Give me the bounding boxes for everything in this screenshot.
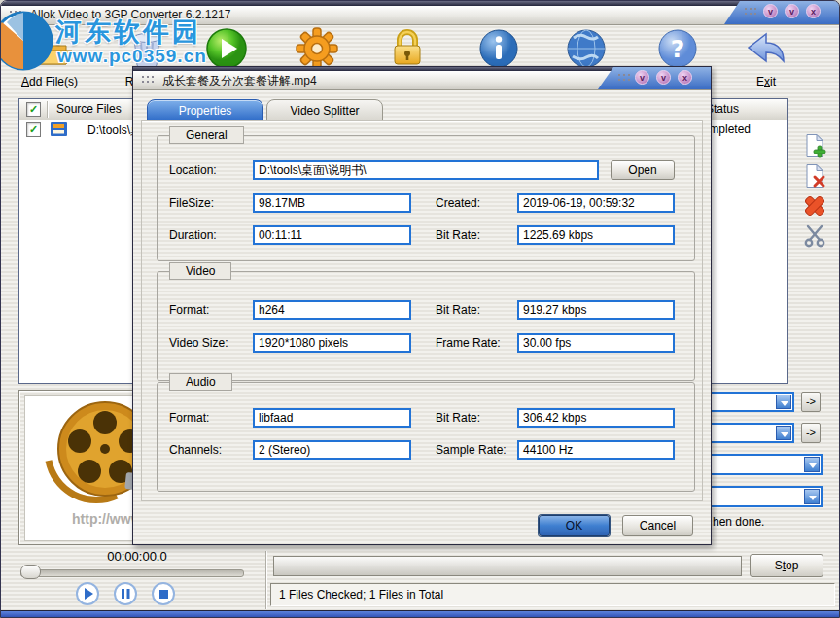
stop-conversion-button[interactable]: Stop — [750, 554, 823, 577]
dialog-controls-wedge: v v x — [598, 67, 711, 89]
titlebar-controls-wedge: v v x — [724, 1, 839, 24]
chevron-down-icon[interactable] — [776, 395, 791, 409]
red-x-icon — [802, 205, 827, 222]
strip-remove-file-button[interactable] — [802, 163, 827, 189]
audio-bitrate-field[interactable]: 306.42 kbps — [517, 408, 675, 428]
samplerate-label: Sample Rate: — [436, 443, 507, 457]
cancel-button[interactable]: Cancel — [622, 515, 693, 536]
maximize-button[interactable]: v — [785, 4, 799, 18]
channels-field[interactable]: 2 (Stereo) — [253, 440, 411, 460]
general-bitrate-field[interactable]: 1225.69 kbps — [517, 225, 675, 245]
chevron-down-icon[interactable] — [804, 489, 820, 504]
properties-dialog: 成长套餐及分次套餐讲解.mp4 v v x Properties Video S… — [132, 66, 712, 545]
conversion-progress-bar — [273, 556, 742, 576]
apply-quality-button[interactable]: -> — [801, 423, 821, 443]
exit-back-arrow-icon — [721, 26, 811, 71]
titlebar-grip — [9, 10, 24, 19]
film-file-icon — [51, 122, 67, 140]
framerate-field[interactable]: 30.00 fps — [517, 333, 675, 353]
main-titlebar: Allok Video to 3GP Converter 6.2.1217 — [1, 6, 839, 25]
audio-group: Audio — [157, 382, 695, 492]
video-size-field[interactable]: 1920*1080 pixels — [253, 333, 411, 353]
play-convert-icon — [182, 26, 271, 71]
dialog-maximize-button[interactable]: v — [656, 70, 671, 85]
open-button[interactable]: Open — [611, 160, 675, 180]
dialog-minimize-button[interactable]: v — [635, 70, 649, 85]
location-label: Location: — [169, 163, 217, 177]
audio-legend: Audio — [169, 373, 232, 391]
gear-icon — [272, 26, 362, 71]
chevron-down-icon[interactable] — [776, 426, 791, 440]
pause-button[interactable] — [114, 582, 137, 605]
play-button[interactable] — [76, 582, 99, 605]
audio-format-label: Format: — [169, 411, 209, 425]
filesize-field[interactable]: 98.17MB — [253, 193, 411, 213]
general-legend: General — [169, 126, 244, 144]
channels-label: Channels: — [169, 443, 222, 457]
source-files-column-header[interactable]: Source Files — [56, 102, 122, 116]
chevron-down-icon[interactable] — [804, 457, 820, 472]
globe-icon — [542, 26, 631, 71]
audio-bitrate-label: Bit Rate: — [436, 411, 480, 425]
select-all-checkbox[interactable]: ✓ — [26, 102, 41, 117]
duration-field[interactable]: 00:11:11 — [253, 225, 411, 245]
lock-icon — [363, 26, 452, 71]
scissors-icon — [802, 235, 827, 252]
controls-grip — [744, 7, 759, 17]
status-bar: 1 Files Checked; 1 Files in Total — [270, 583, 835, 606]
add-folder-icon — [5, 26, 94, 71]
tab-properties[interactable]: Properties — [147, 99, 263, 121]
audio-format-field[interactable]: libfaad — [253, 408, 411, 428]
video-bitrate-field[interactable]: 919.27 kbps — [517, 300, 675, 320]
samplerate-field[interactable]: 44100 Hz — [517, 440, 675, 460]
video-format-field[interactable]: h264 — [253, 300, 411, 320]
minimize-button[interactable]: v — [763, 4, 778, 18]
add-files-button[interactable]: Add File(s) — [5, 26, 94, 88]
video-group: Video — [157, 271, 695, 381]
video-legend: Video — [169, 262, 231, 280]
location-field[interactable]: D:\tools\桌面\说明书\ — [253, 160, 599, 180]
info-icon — [454, 26, 543, 71]
divider — [265, 551, 266, 609]
framerate-label: Frame Rate: — [436, 336, 501, 350]
document-add-icon — [802, 145, 827, 161]
strip-clear-all-button[interactable] — [802, 193, 827, 219]
video-format-label: Format: — [169, 303, 209, 317]
stop-icon — [154, 590, 173, 606]
dialog-close-button[interactable]: x — [678, 70, 692, 85]
duration-label: Duration: — [169, 228, 217, 242]
seek-slider-handle[interactable] — [20, 565, 41, 579]
apply-format-button[interactable]: -> — [801, 392, 821, 412]
svg-text:?: ? — [671, 35, 685, 63]
playback-time: 00:00:00.0 — [18, 549, 256, 564]
created-label: Created: — [436, 196, 480, 210]
window-bottom-edge — [1, 610, 839, 618]
add-files-label: Add File(s) — [5, 75, 94, 88]
file-checkbox[interactable]: ✓ — [26, 122, 41, 137]
dialog-title: 成长套餐及分次套餐讲解.mp4 — [162, 73, 317, 89]
filesize-label: FileSize: — [169, 196, 214, 210]
video-bitrate-label: Bit Rate: — [436, 303, 480, 317]
strip-split-button[interactable] — [802, 223, 827, 249]
window-title: Allok Video to 3GP Converter 6.2.1217 — [30, 8, 230, 21]
seek-slider[interactable] — [20, 569, 244, 577]
help-icon: ? — [633, 26, 722, 71]
status-bar-text: 1 Files Checked; 1 Files in Total — [279, 588, 443, 601]
tab-video-splitter[interactable]: Video Splitter — [266, 99, 383, 121]
document-remove-icon — [802, 175, 827, 191]
close-button[interactable]: x — [806, 4, 821, 18]
stop-playback-button[interactable] — [152, 582, 175, 605]
strip-add-file-button[interactable] — [802, 133, 827, 158]
pause-icon — [116, 590, 135, 606]
ok-button[interactable]: OK — [539, 515, 610, 536]
general-bitrate-label: Bit Rate: — [436, 228, 480, 242]
play-icon — [78, 590, 97, 606]
shutdown-note-fragment: hen done. — [713, 515, 764, 529]
app-window: Allok Video to 3GP Converter 6.2.1217 v … — [0, 0, 840, 618]
exit-button[interactable]: Exit — [721, 26, 811, 88]
column-separator — [47, 101, 48, 118]
created-field[interactable]: 2019-06-19, 00:59:32 — [517, 193, 675, 213]
exit-label: Exit — [721, 75, 811, 88]
dialog-controls-grip — [617, 73, 633, 83]
video-size-label: Video Size: — [169, 336, 228, 350]
